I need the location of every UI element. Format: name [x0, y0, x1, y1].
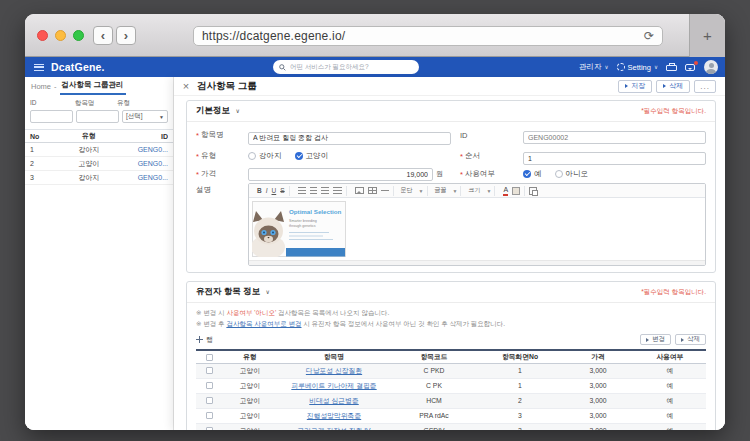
change-button[interactable]: 변경: [640, 334, 671, 345]
type-radio-dog[interactable]: 강아지: [248, 151, 282, 161]
note-link[interactable]: 검사항목 사용여부로 변경: [226, 320, 301, 327]
row-id-link[interactable]: GENG0...: [120, 174, 168, 181]
size-dropdown[interactable]: 크기 ▼: [465, 186, 495, 196]
user-menu[interactable]: 관리자 ∨: [579, 62, 609, 72]
chevron-down-icon: ▼: [453, 188, 458, 194]
row-checkbox[interactable]: [206, 427, 213, 430]
setting-menu[interactable]: Setting ∨: [617, 63, 658, 72]
price-input[interactable]: [248, 168, 433, 181]
filter-type-select[interactable]: [선택] ▼: [122, 110, 168, 123]
col-name: 항목명: [278, 350, 390, 363]
insert-table-icon[interactable]: [368, 187, 377, 194]
filter-id-input[interactable]: [30, 110, 73, 123]
bold-button[interactable]: B: [257, 186, 262, 196]
filter-name-input[interactable]: [76, 110, 119, 123]
delete-icon: [663, 84, 666, 88]
print-icon[interactable]: [666, 63, 677, 72]
row-checkbox[interactable]: [206, 382, 213, 389]
italic-button[interactable]: I: [266, 186, 268, 196]
breadcrumb: Home - 검사항목 그룹관리: [25, 77, 173, 96]
basic-info-card: 기본정보 ∨ *필수입력 항목입니다. * 항목명 ID: [186, 100, 716, 273]
order-input[interactable]: [523, 152, 706, 165]
name-input[interactable]: [248, 132, 451, 145]
sidebar-row[interactable]: 2 고양이 GENG0...: [25, 157, 173, 171]
sidebar-row[interactable]: 1 강아지 GENG0...: [25, 143, 173, 157]
gene-item-link[interactable]: 비대성 심근병증: [309, 397, 358, 404]
type-radio-cat[interactable]: 고양이: [295, 151, 329, 161]
font-color-icon[interactable]: A: [503, 186, 508, 196]
col-id: ID: [120, 133, 168, 140]
strikethrough-button[interactable]: S: [280, 186, 284, 196]
menu-icon[interactable]: [34, 64, 44, 71]
delete-button[interactable]: 삭제: [656, 80, 690, 93]
gene-item-link[interactable]: 다낭포성 신장질환: [306, 367, 362, 374]
note-line: ※ 변경 시 사용여부 '아니오' 검사항목은 목록에서 나오지 않습니다.: [196, 307, 706, 318]
new-tab-button[interactable]: +: [703, 27, 712, 44]
radio-icon: [555, 170, 563, 178]
add-row-button[interactable]: 행: [196, 335, 213, 345]
table-row[interactable]: 고양이 비대성 심근병증 HCM 2 3,000 예: [196, 393, 706, 408]
row-checkbox[interactable]: [206, 397, 213, 404]
user-label: 관리자: [579, 62, 602, 72]
close-icon[interactable]: ×: [180, 80, 192, 92]
row-delete-button[interactable]: 삭제: [675, 334, 706, 345]
horizontal-rule-icon[interactable]: [381, 190, 389, 191]
row-id-link[interactable]: GENG0...: [120, 146, 168, 153]
browser-window: ‹ › https://dcatgene.egene.io/ ⟳ + DcatG…: [25, 14, 725, 430]
editor-content[interactable]: Optimal Selection Smarter breeding throu…: [249, 198, 705, 260]
gene-item-link[interactable]: 피루베이트 키나아제 결핍증: [291, 382, 376, 389]
row-id-link[interactable]: GENG0...: [120, 160, 168, 167]
tab-strip: +: [689, 14, 725, 57]
table-row[interactable]: 고양이 다낭포성 신장질환 C PKD 1 3,000 예: [196, 363, 706, 378]
forward-button[interactable]: ›: [116, 26, 136, 45]
highlight-color-icon[interactable]: [512, 187, 520, 195]
radio-checked-icon: [523, 170, 531, 178]
paragraph-dropdown[interactable]: 문단 ▼: [398, 186, 428, 196]
select-all-checkbox[interactable]: [206, 354, 213, 361]
back-button[interactable]: ‹: [93, 26, 113, 45]
row-checkbox[interactable]: [206, 412, 213, 419]
more-button[interactable]: ...: [694, 80, 716, 93]
notification-icon[interactable]: [685, 63, 696, 72]
font-dropdown[interactable]: 글꼴 ▼: [432, 186, 462, 196]
use-radio-yes[interactable]: 예: [523, 169, 542, 179]
refresh-icon[interactable]: ⟳: [644, 29, 654, 43]
address-bar[interactable]: https://dcatgene.egene.io/ ⟳: [193, 26, 663, 46]
name-label: * 항목명: [196, 130, 248, 140]
save-button[interactable]: 저장: [618, 80, 652, 93]
table-row[interactable]: 고양이 피루베이트 키나아제 결핍증 C PK 1 3,000 예: [196, 378, 706, 393]
row-type: 강아지: [58, 173, 120, 183]
align-justify-icon[interactable]: [333, 187, 342, 194]
gear-icon: [617, 63, 625, 71]
url-text[interactable]: https://dcatgene.egene.io/: [202, 29, 644, 43]
gene-item-link[interactable]: 글리코겐 저장성 질환 IV: [297, 427, 370, 431]
insert-image-icon[interactable]: [355, 187, 364, 194]
fullscreen-icon[interactable]: [529, 187, 537, 195]
breadcrumb-home[interactable]: Home: [31, 82, 51, 91]
underline-button[interactable]: U: [272, 186, 277, 196]
basic-info-title[interactable]: 기본정보 ∨: [196, 105, 240, 117]
table-row[interactable]: 고양이 진행성망막위축증 PRA rdAc 3 3,000 예: [196, 408, 706, 423]
app-logo[interactable]: DcatGene.: [51, 61, 105, 73]
gene-info-title[interactable]: 유전자 항목 정보 ∨: [196, 286, 270, 298]
table-row[interactable]: 고양이 글리코겐 저장성 질환 IV GSDIV 3 3,000 예: [196, 423, 706, 430]
required-note: *필수입력 항목입니다.: [641, 288, 706, 297]
close-window-button[interactable]: [37, 30, 48, 41]
zoom-window-button[interactable]: [73, 30, 84, 41]
align-left-icon[interactable]: [298, 187, 306, 194]
minimize-window-button[interactable]: [55, 30, 66, 41]
align-center-icon[interactable]: [310, 187, 317, 194]
align-right-icon[interactable]: [321, 187, 329, 194]
change-icon: [646, 338, 649, 342]
sidebar-row[interactable]: 3 강아지 GENG0...: [25, 171, 173, 185]
gene-item-link[interactable]: 진행성망막위축증: [307, 412, 361, 419]
global-search-input[interactable]: 어떤 서비스가 필요하세요?: [273, 60, 419, 74]
browser-toolbar: ‹ › https://dcatgene.egene.io/ ⟳ +: [25, 14, 725, 57]
row-checkbox[interactable]: [206, 367, 213, 374]
breadcrumb-current[interactable]: 검사항목 그룹관리: [60, 78, 126, 95]
rich-text-editor[interactable]: B I U S: [248, 183, 706, 266]
page-title: 검사항목 그룹: [197, 80, 257, 93]
avatar[interactable]: [704, 60, 718, 74]
use-label: * 사용여부: [460, 169, 523, 179]
use-radio-no[interactable]: 아니오: [555, 169, 589, 179]
